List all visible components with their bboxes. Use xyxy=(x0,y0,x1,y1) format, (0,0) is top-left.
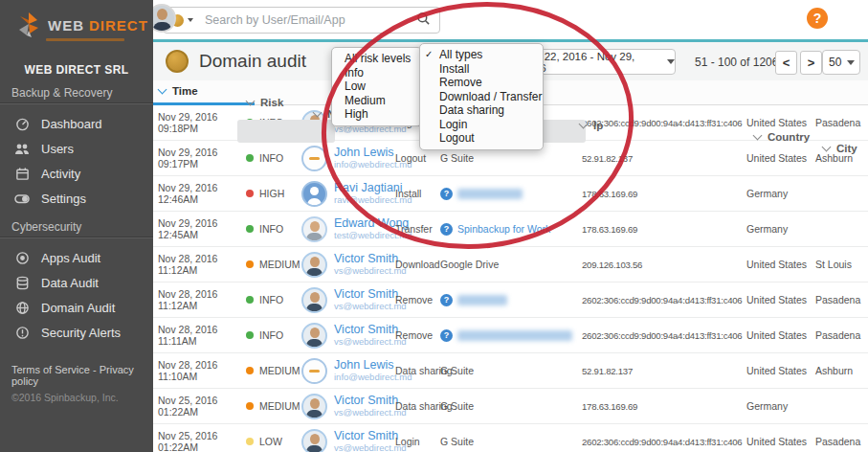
app-link[interactable]: Spinbackup for Work xyxy=(457,223,550,235)
risk-filter-select[interactable] xyxy=(237,120,335,143)
menu-item-remove[interactable]: Remove xyxy=(420,76,543,90)
sidebar-item-label: Settings xyxy=(41,192,86,206)
cell-ip: 209.126.103.56 xyxy=(582,247,746,282)
sidebar: WEB DIRECT WEB DIRECT SRL Backup & Recov… xyxy=(0,0,153,452)
menu-item-high[interactable]: High xyxy=(332,107,421,122)
user-name-link[interactable]: John Lewis xyxy=(334,358,394,372)
cell-country: Germany xyxy=(746,176,812,211)
menu-item-login[interactable]: Login xyxy=(420,118,543,132)
chevron-down-icon xyxy=(667,59,675,64)
users-icon xyxy=(13,141,31,156)
sidebar-item-settings[interactable]: Settings xyxy=(0,186,153,211)
user-name-link[interactable]: Victor Smith xyxy=(334,429,398,442)
section-label-backup: Backup & Recovery xyxy=(11,86,112,100)
sidebar-item-users[interactable]: Users xyxy=(0,136,153,161)
calendar-icon xyxy=(13,166,31,181)
alert-circle-icon xyxy=(13,325,31,340)
chevron-down-icon[interactable] xyxy=(188,18,193,22)
cell-app: ? xyxy=(440,318,580,352)
sort-chevron-icon xyxy=(313,108,323,118)
user-name-link[interactable]: Victor Smith xyxy=(334,394,398,407)
sidebar-item-data-audit[interactable]: Data Audit xyxy=(0,270,153,295)
risk-dot-icon xyxy=(246,225,254,233)
cell-city: Ashburn xyxy=(815,353,865,388)
database-icon xyxy=(13,275,31,290)
column-header-city[interactable]: City xyxy=(823,143,868,154)
cell-time: Nov 29, 201609:18PM xyxy=(158,105,242,140)
date-range-select[interactable]: Nov 22, 2016 - Nov 29, 2016 xyxy=(521,49,676,75)
page-size-select[interactable]: 50 xyxy=(822,50,860,75)
cell-app: G Suite xyxy=(440,353,580,388)
main-content: Domain audit Nov 22, 2016 - Nov 29, 2016… xyxy=(153,42,868,452)
sidebar-item-security-alerts[interactable]: Security Alerts xyxy=(0,320,153,345)
cell-app: G Suite xyxy=(440,424,580,452)
logo-tagline xyxy=(46,38,124,41)
column-header-ip[interactable]: Ip xyxy=(580,120,868,131)
brand-logo[interactable]: WEB DIRECT xyxy=(17,11,148,38)
risk-dot-icon xyxy=(246,331,254,339)
sidebar-item-domain-audit[interactable]: Domain Audit xyxy=(0,295,153,320)
cell-country: United States xyxy=(746,141,812,175)
sidebar-item-label: Security Alerts xyxy=(41,326,121,340)
help-button[interactable]: ? xyxy=(807,8,828,29)
sidebar-item-label: Data Audit xyxy=(41,276,99,290)
cell-time: Nov 28, 201611:12AM xyxy=(158,282,242,317)
cell-app: G Suite xyxy=(440,389,580,423)
cell-risk: MEDIUM xyxy=(246,353,300,388)
cell-risk: INFO xyxy=(246,212,300,246)
risk-dot-icon xyxy=(246,367,254,374)
copyright-text: ©2016 Spinbackup, Inc. xyxy=(11,392,145,403)
user-name-link[interactable]: John Lewis xyxy=(334,146,394,159)
sidebar-item-label: Domain Audit xyxy=(41,301,115,315)
chevron-down-icon xyxy=(847,60,855,65)
cell-time: Nov 25, 201601:22AM xyxy=(158,389,242,423)
menu-item-medium[interactable]: Medium xyxy=(332,94,421,108)
risk-dot-icon xyxy=(246,438,254,445)
globe-icon xyxy=(13,300,31,315)
cell-country: Germany xyxy=(746,389,812,423)
next-page-button[interactable]: > xyxy=(800,51,822,75)
menu-item-all-types[interactable]: ✓All types xyxy=(420,48,543,62)
terms-privacy-links[interactable]: Terms of Service - Privacy policy xyxy=(11,364,145,387)
search-input[interactable] xyxy=(203,12,416,28)
menu-item-all-risk-levels[interactable]: All risk levels xyxy=(332,52,421,66)
sidebar-item-label: Users xyxy=(41,142,74,156)
cell-ip: 178.63.169.69 xyxy=(582,212,746,246)
sidebar-item-dashboard[interactable]: Dashboard xyxy=(0,111,153,136)
cell-ip: 178.63.169.69 xyxy=(582,176,746,211)
user-name-link[interactable]: Ravi Jagtiani xyxy=(334,181,403,194)
menu-item-low[interactable]: Low xyxy=(332,79,421,94)
cell-app: ? xyxy=(440,176,580,211)
column-header-country[interactable]: Country xyxy=(754,131,868,143)
magnifier-icon[interactable] xyxy=(416,11,431,30)
user-name-link[interactable]: Victor Smith xyxy=(334,323,398,336)
cell-time: Nov 25, 201601:22AM xyxy=(158,424,242,452)
avatar xyxy=(301,181,327,207)
menu-item-info[interactable]: Info xyxy=(332,66,421,80)
cell-city xyxy=(815,176,865,211)
menu-item-install[interactable]: Install xyxy=(420,62,543,77)
menu-item-download-transfer[interactable]: Download / Transfer xyxy=(420,90,543,104)
cell-country: United States xyxy=(746,247,812,282)
menu-item-logout[interactable]: Logout xyxy=(420,131,543,146)
sort-chevron-icon xyxy=(822,143,832,152)
user-name-link[interactable]: Victor Smith xyxy=(334,252,398,265)
avatar xyxy=(301,146,327,171)
cell-country: United States xyxy=(746,424,812,452)
cell-city xyxy=(815,212,865,246)
table-body: Nov 29, 201609:18PMINFOVictor Smithvs@we… xyxy=(153,105,868,452)
prev-page-button[interactable]: < xyxy=(775,51,797,75)
user-name-link[interactable]: Victor Smith xyxy=(334,287,398,301)
question-mark-icon: ? xyxy=(440,188,453,200)
sidebar-item-label: Activity xyxy=(41,167,80,181)
cell-user: John Lewisinfo@webdirect.md xyxy=(301,353,393,388)
menu-item-data-sharing[interactable]: Data sharing xyxy=(420,103,543,118)
gauge-icon xyxy=(13,116,31,131)
cell-user: John Lewisinfo@webdirect.md xyxy=(301,141,393,175)
sidebar-item-activity[interactable]: Activity xyxy=(0,161,153,186)
checkmark-icon: ✓ xyxy=(425,48,433,62)
cell-time: Nov 29, 201612:45AM xyxy=(158,212,242,246)
search-box[interactable] xyxy=(163,7,440,34)
logo-text-web: WEB xyxy=(48,17,84,34)
sidebar-item-apps-audit[interactable]: Apps Audit xyxy=(0,245,153,270)
